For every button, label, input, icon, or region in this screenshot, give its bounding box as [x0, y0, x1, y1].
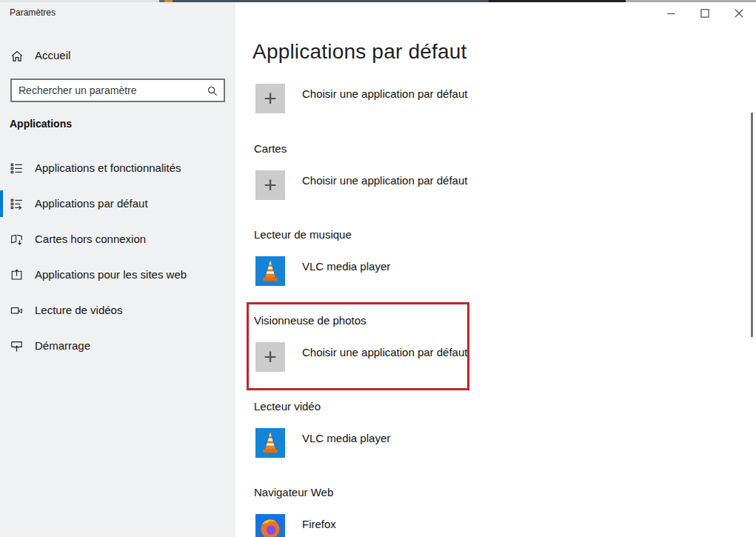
website-apps-icon	[10, 269, 23, 281]
settings-window: Paramètres Accueil Applications	[0, 0, 756, 537]
category-label-photo-viewer: Visionneuse de photos	[254, 313, 367, 328]
minimize-button[interactable]	[654, 2, 688, 24]
firefox-icon[interactable]	[255, 514, 285, 537]
strip-seg	[0, 0, 159, 2]
app-choice-label: Firefox	[302, 517, 336, 532]
maximize-button[interactable]	[688, 2, 722, 24]
sidebar-item-website-apps[interactable]: Applications pour les sites web	[0, 261, 235, 288]
strip-seg	[164, 0, 173, 2]
category-label-music-player: Lecteur de musique	[254, 227, 352, 242]
app-choice-label: Choisir une application par défaut	[302, 345, 467, 360]
sidebar-item-label: Applications pour les sites web	[35, 268, 187, 281]
apps-features-icon	[10, 162, 23, 175]
category-label-maps: Cartes	[254, 141, 287, 156]
window-title: Paramètres	[10, 7, 56, 18]
app-choice-label: VLC media player	[302, 431, 390, 446]
sidebar-item-home[interactable]: Accueil	[0, 43, 235, 70]
vlc-icon[interactable]	[255, 428, 285, 458]
search-input[interactable]	[12, 80, 224, 101]
sidebar-item-label: Accueil	[35, 49, 70, 61]
strip-seg	[173, 0, 489, 2]
default-app-row-maps[interactable]: + Choisir une application par défaut	[255, 170, 478, 200]
plus-icon[interactable]: +	[255, 342, 285, 372]
sidebar-item-label: Lecture de vidéos	[35, 304, 122, 316]
category-label-web-browser: Navigateur Web	[254, 485, 333, 500]
sidebar-item-label: Démarrage	[35, 339, 90, 352]
app-choice-label: Choisir une application par défaut	[302, 173, 467, 188]
scrollbar-thumb[interactable]	[751, 113, 753, 337]
sidebar-item-default-apps[interactable]: Applications par défaut	[0, 190, 235, 217]
home-icon	[10, 50, 24, 63]
sidebar-item-label: Cartes hors connexion	[35, 233, 146, 245]
default-app-row-music[interactable]: VLC media player	[255, 256, 478, 286]
settings-search	[10, 79, 225, 102]
default-app-row-video[interactable]: VLC media player	[255, 428, 478, 458]
sidebar-item-label: Applications par défaut	[35, 197, 148, 210]
startup-icon	[10, 340, 23, 353]
category-label-video-player: Lecteur vidéo	[254, 399, 321, 414]
plus-icon[interactable]: +	[255, 84, 285, 113]
default-apps-icon	[10, 198, 23, 210]
selected-accent-bar	[0, 190, 3, 217]
default-app-row-choose[interactable]: + Choisir une application par défaut	[255, 84, 478, 113]
window-controls	[654, 2, 756, 24]
sidebar-item-offline-maps[interactable]: Cartes hors connexion	[0, 226, 235, 253]
sidebar: Paramètres Accueil Applications	[0, 0, 235, 537]
default-app-row-browser[interactable]: Firefox	[255, 514, 478, 537]
sidebar-item-video-playback[interactable]: Lecture de vidéos	[0, 297, 235, 324]
strip-seg	[159, 0, 164, 2]
app-choice-label: Choisir une application par défaut	[302, 87, 467, 101]
page-title: Applications par défaut	[252, 40, 466, 64]
video-playback-icon	[10, 304, 23, 317]
default-app-row-photos[interactable]: + Choisir une application par défaut	[255, 342, 478, 372]
background-window-strip	[0, 0, 756, 2]
app-choice-label: VLC media player	[302, 259, 390, 274]
sidebar-item-apps-features[interactable]: Applications et fonctionnalités	[0, 155, 235, 181]
vlc-icon[interactable]	[255, 256, 285, 286]
offline-maps-icon	[10, 233, 23, 246]
strip-seg	[489, 0, 626, 2]
sidebar-item-startup[interactable]: Démarrage	[0, 333, 235, 359]
search-icon[interactable]	[207, 85, 218, 97]
close-button[interactable]	[722, 2, 756, 24]
sidebar-section-header: Applications	[10, 118, 72, 130]
plus-icon[interactable]: +	[255, 170, 285, 200]
sidebar-item-label: Applications et fonctionnalités	[35, 161, 181, 174]
